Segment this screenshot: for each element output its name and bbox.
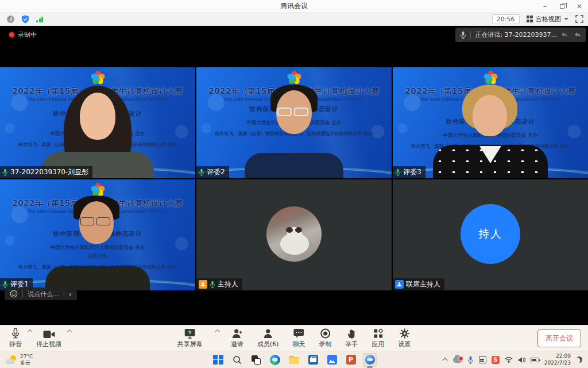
- close-button[interactable]: ×: [571, 0, 588, 12]
- store-icon: [308, 355, 318, 365]
- sogou-input-tray-icon[interactable]: S: [492, 356, 500, 364]
- weather-text: 27°C 多云: [20, 354, 33, 366]
- view-mode-selector[interactable]: 宫格视图: [527, 15, 569, 24]
- share-screen-label: 共享屏幕: [177, 340, 203, 348]
- mute-button[interactable]: 静音: [7, 328, 24, 348]
- participant-name: 37-2022039370-刘昱彤: [10, 167, 88, 177]
- video-options-chevron[interactable]: [67, 329, 72, 334]
- recording-dot-icon: [9, 32, 14, 37]
- window-titlebar: 腾讯会议 – ×: [0, 0, 588, 13]
- powerpoint-button[interactable]: P: [344, 353, 358, 367]
- share-screen-button[interactable]: 共享屏幕: [175, 328, 205, 348]
- tencent-meeting-app-button[interactable]: [363, 353, 377, 367]
- participant-name-chip: 评委3: [393, 166, 425, 178]
- windows-taskbar: 27°C 多云 P S: [0, 351, 588, 368]
- powerpoint-icon: P: [346, 355, 356, 365]
- video-grid: 2022年（第15届）中国大学生计算机设计大赛 The 15th Chinese…: [0, 67, 588, 290]
- video-tile-liuyutong[interactable]: 2022年（第15届）中国大学生计算机设计大赛 The 15th Chinese…: [0, 67, 195, 178]
- chat-input-placeholder[interactable]: 说点什么...: [28, 290, 59, 298]
- weather-icon: [6, 355, 17, 365]
- record-label: 录制: [319, 340, 331, 348]
- search-button[interactable]: [230, 353, 244, 367]
- meeting-control-bar: 静音 停止视频 共享屏幕: [0, 325, 588, 351]
- blue-app-icon: [327, 355, 337, 365]
- participant-name: 联席主持人: [406, 279, 440, 289]
- record-button[interactable]: 录制: [316, 328, 334, 348]
- settings-label: 设置: [398, 340, 411, 348]
- divider: [470, 31, 471, 39]
- active-speaker-label: 正在讲话: 37-202203937...: [475, 30, 557, 39]
- leave-meeting-button[interactable]: 离开会议: [537, 329, 581, 347]
- input-method-tray-icon[interactable]: [479, 356, 486, 363]
- wifi-tray-icon[interactable]: [505, 356, 513, 363]
- cohost-badge-icon: [395, 280, 404, 289]
- invite-label: 邀请: [231, 340, 243, 348]
- control-bar-left: 静音 停止视频: [7, 328, 71, 348]
- record-icon: [320, 328, 330, 339]
- edge-icon: [270, 355, 280, 365]
- apps-grid-icon: [373, 328, 383, 339]
- blue-app-button[interactable]: [325, 353, 339, 367]
- recording-label: 录制中: [18, 30, 37, 39]
- window-controls: – ×: [536, 0, 588, 12]
- raise-hand-label: 举手: [345, 340, 358, 348]
- fullscreen-icon[interactable]: [575, 15, 583, 23]
- emoji-icon[interactable]: [10, 290, 18, 298]
- mic-options-chevron[interactable]: [28, 329, 32, 334]
- collapse-chevron-icon[interactable]: ‹: [69, 290, 72, 298]
- stop-video-button[interactable]: 停止视频: [34, 328, 64, 348]
- weather-temp: 27°C: [20, 354, 33, 359]
- start-button[interactable]: [211, 353, 225, 367]
- volume-tray-icon[interactable]: [518, 356, 525, 363]
- meeting-info-icon[interactable]: i: [7, 16, 14, 23]
- security-shield-icon[interactable]: [21, 15, 29, 24]
- search-icon: [233, 355, 242, 365]
- task-view-button[interactable]: [249, 353, 263, 367]
- participant-video-person: [234, 83, 354, 178]
- share-options-chevron[interactable]: [215, 329, 219, 334]
- mic-on-icon: [395, 168, 401, 176]
- raise-hand-button[interactable]: 举手: [343, 328, 360, 348]
- restore-button[interactable]: [554, 0, 571, 12]
- file-explorer-button[interactable]: [287, 353, 301, 367]
- settings-button[interactable]: 设置: [396, 328, 413, 348]
- chat-button[interactable]: 聊天: [290, 328, 307, 348]
- video-tile-judge3[interactable]: 2022年（第15届）中国大学生计算机设计大赛 The 15th Chinese…: [393, 67, 588, 178]
- members-button[interactable]: 成员(6): [255, 328, 281, 348]
- video-tile-judge2[interactable]: 2022年（第15届）中国大学生计算机设计大赛 The 15th Chinese…: [196, 67, 392, 178]
- windows-logo-icon: [213, 355, 223, 365]
- hidden-icons-chevron[interactable]: [442, 358, 448, 363]
- edge-browser-button[interactable]: [268, 353, 282, 367]
- active-speaker-toast: 正在讲话: 37-202203937...: [455, 28, 586, 42]
- chat-quick-bar[interactable]: 说点什么... ‹: [5, 288, 77, 300]
- video-tile-judge1[interactable]: 2022年（第15届）中国大学生计算机设计大赛 The 15th Chinese…: [0, 179, 195, 290]
- divider: [22, 290, 23, 298]
- reply-arrow-icon[interactable]: [574, 32, 581, 38]
- invite-person-icon: [231, 328, 242, 339]
- focus-assist-moon-icon[interactable]: [576, 356, 582, 363]
- video-tile-host[interactable]: 主持人: [196, 179, 392, 290]
- microsoft-store-button[interactable]: [306, 353, 320, 367]
- weather-condition: 多云: [20, 360, 33, 366]
- members-person-icon: [264, 328, 273, 339]
- invite-button[interactable]: 邀请: [229, 328, 246, 348]
- view-mode-label: 宫格视图: [536, 15, 561, 24]
- network-signal-icon[interactable]: [36, 16, 43, 22]
- raise-hand-icon: [347, 328, 356, 339]
- toast-nav-arrows: [561, 31, 581, 39]
- taskbar-clock[interactable]: 22:09 2022/7/23: [544, 353, 571, 366]
- mic-on-icon: [199, 168, 204, 176]
- meeting-toolbar-right: 20:56 宫格视图: [492, 14, 583, 24]
- apps-button[interactable]: 应用: [369, 328, 386, 348]
- microphone-tray-icon[interactable]: [467, 356, 474, 364]
- participant-name-chip: 主持人: [196, 278, 242, 290]
- window-title: 腾讯会议: [0, 1, 588, 11]
- taskbar-app-icons: P: [211, 353, 377, 367]
- taskbar-weather-widget[interactable]: 27°C 多云: [6, 354, 33, 366]
- video-tile-cohost[interactable]: 持人 联席主持人: [393, 179, 588, 290]
- cloud-sync-tray-icon[interactable]: [453, 357, 462, 363]
- battery-tray-icon[interactable]: [531, 358, 539, 362]
- minimize-button[interactable]: –: [536, 0, 554, 12]
- undo-arrow-icon[interactable]: [561, 32, 568, 38]
- divider: [64, 290, 64, 298]
